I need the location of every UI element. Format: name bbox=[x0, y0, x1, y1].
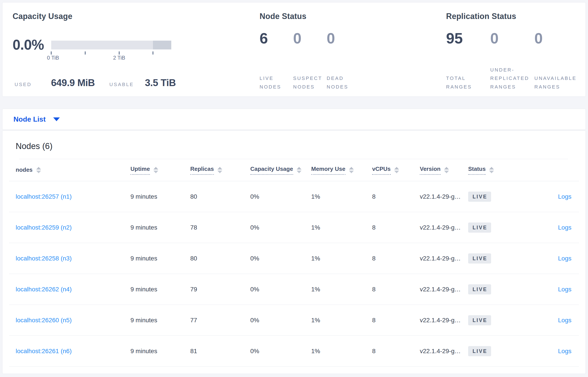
memory-use-cell: 1% bbox=[311, 348, 372, 355]
column-header-version[interactable]: Version bbox=[420, 165, 468, 175]
memory-use-cell: 1% bbox=[311, 255, 372, 262]
sort-icon[interactable] bbox=[394, 167, 399, 173]
replication-status-title: Replication Status bbox=[446, 12, 583, 21]
node-address-cell: localhost:26259 (n2) bbox=[9, 224, 130, 231]
logs-link[interactable]: Logs bbox=[558, 317, 571, 324]
node-status-title: Node Status bbox=[259, 12, 436, 21]
uptime-cell: 9 minutes bbox=[130, 224, 190, 231]
capacity-usage-cell: 0% bbox=[250, 224, 311, 231]
logs-cell: Logs bbox=[521, 348, 579, 355]
status-cell: LIVE bbox=[468, 315, 521, 325]
capacity-usage-percent: 0.0% bbox=[12, 34, 51, 61]
capacity-bar-track bbox=[51, 41, 171, 49]
sort-icon[interactable] bbox=[489, 167, 494, 173]
replicas-cell: 78 bbox=[190, 224, 250, 231]
capacity-usage-cell: 0% bbox=[250, 348, 311, 355]
node-address-link[interactable]: localhost:26260 (n5) bbox=[16, 317, 72, 324]
vcpus-cell: 8 bbox=[372, 193, 420, 200]
memory-use-cell: 1% bbox=[311, 224, 372, 231]
capacity-usage-cell: 0% bbox=[250, 286, 311, 293]
sort-icon[interactable] bbox=[36, 167, 41, 173]
sort-icon[interactable] bbox=[297, 167, 302, 173]
column-header-status[interactable]: Status bbox=[468, 165, 521, 175]
caret-down-icon bbox=[53, 118, 60, 121]
logs-cell: Logs bbox=[521, 286, 579, 293]
dead-nodes-stat: 0 DEAD NODES bbox=[327, 31, 364, 91]
logs-link[interactable]: Logs bbox=[558, 348, 571, 354]
capacity-usage-title: Capacity Usage bbox=[12, 12, 251, 21]
column-header-uptime[interactable]: Uptime bbox=[130, 165, 190, 175]
suspect-nodes-stat: 0 SUSPECT NODES bbox=[293, 31, 327, 91]
node-address-link[interactable]: localhost:26257 (n1) bbox=[16, 193, 72, 200]
under-replicated-ranges-value: 0 bbox=[490, 31, 534, 46]
logs-link[interactable]: Logs bbox=[558, 286, 571, 293]
sort-icon[interactable] bbox=[444, 167, 449, 173]
table-row: localhost:26262 (n4) 9 minutes 79 0% 1% … bbox=[9, 274, 579, 305]
overview-page: Capacity Usage 0.0% 0 TiB2 TiB USED 649.… bbox=[0, 0, 588, 374]
table-row: localhost:26257 (n1) 9 minutes 80 0% 1% … bbox=[9, 181, 579, 212]
version-cell: v22.1.4-29-g… bbox=[420, 348, 468, 355]
column-header-nodes[interactable]: nodes bbox=[9, 166, 130, 174]
capacity-axis-label: 2 TiB bbox=[113, 55, 125, 61]
capacity-axis-tick bbox=[51, 51, 52, 55]
uptime-cell: 9 minutes bbox=[130, 348, 190, 355]
dead-nodes-value: 0 bbox=[327, 31, 364, 46]
sort-icon[interactable] bbox=[153, 167, 158, 173]
column-header-memory-use[interactable]: Memory Use bbox=[311, 165, 372, 175]
memory-use-cell: 1% bbox=[311, 317, 372, 324]
status-cell: LIVE bbox=[468, 223, 521, 233]
version-cell: v22.1.4-29-g… bbox=[420, 286, 468, 293]
uptime-cell: 9 minutes bbox=[130, 193, 190, 200]
total-ranges-stat: 95 TOTAL RANGES bbox=[446, 31, 490, 91]
capacity-axis-tick bbox=[119, 51, 120, 55]
node-address-link[interactable]: localhost:26259 (n2) bbox=[16, 224, 72, 231]
table-row: localhost:26261 (n6) 9 minutes 81 0% 1% … bbox=[9, 336, 579, 367]
logs-link[interactable]: Logs bbox=[558, 255, 571, 262]
capacity-usage-stats: USED 649.9 MiB USABLE 3.5 TiB bbox=[15, 77, 251, 88]
capacity-axis-ticks bbox=[51, 49, 171, 55]
unavailable-ranges-label: UNAVAILABLE RANGES bbox=[534, 74, 583, 91]
status-badge: LIVE bbox=[468, 192, 491, 202]
status-badge: LIVE bbox=[468, 253, 491, 264]
sort-icon[interactable] bbox=[349, 167, 354, 173]
table-row: localhost:26260 (n5) 9 minutes 77 0% 1% … bbox=[9, 305, 579, 336]
vcpus-cell: 8 bbox=[372, 286, 420, 293]
logs-cell: Logs bbox=[521, 193, 579, 200]
node-address-cell: localhost:26257 (n1) bbox=[9, 193, 130, 200]
logs-cell: Logs bbox=[521, 255, 579, 262]
under-replicated-ranges-label: UNDER- REPLICATED RANGES bbox=[490, 66, 534, 91]
version-cell: v22.1.4-29-g… bbox=[420, 255, 468, 262]
nodes-table-card: Nodes (6) nodesUptimeReplicasCapacity Us… bbox=[2, 130, 586, 374]
vcpus-cell: 8 bbox=[372, 255, 420, 262]
column-header-capacity-usage[interactable]: Capacity Usage bbox=[250, 165, 311, 175]
column-header-replicas[interactable]: Replicas bbox=[190, 165, 250, 175]
version-cell: v22.1.4-29-g… bbox=[420, 193, 468, 200]
version-cell: v22.1.4-29-g… bbox=[420, 317, 468, 324]
memory-use-cell: 1% bbox=[311, 193, 372, 200]
column-header-vcpus[interactable]: vCPUs bbox=[372, 165, 420, 175]
total-ranges-label: TOTAL RANGES bbox=[446, 74, 490, 91]
node-address-link[interactable]: localhost:26261 (n6) bbox=[16, 348, 72, 354]
node-address-link[interactable]: localhost:26262 (n4) bbox=[16, 286, 72, 293]
logs-link[interactable]: Logs bbox=[558, 224, 571, 231]
suspect-nodes-value: 0 bbox=[293, 31, 327, 46]
status-badge: LIVE bbox=[468, 223, 491, 233]
replicas-cell: 81 bbox=[190, 348, 250, 355]
capacity-bar-used-segment bbox=[153, 41, 171, 49]
capacity-axis-tick bbox=[85, 51, 86, 55]
sort-icon[interactable] bbox=[217, 167, 222, 173]
status-cell: LIVE bbox=[468, 253, 521, 264]
used-label: USED bbox=[15, 82, 32, 87]
replication-status-stats: 95 TOTAL RANGES 0 UNDER- REPLICATED RANG… bbox=[446, 31, 583, 91]
node-list-dropdown[interactable]: Node List bbox=[13, 115, 60, 123]
status-cell: LIVE bbox=[468, 346, 521, 356]
column-header-label: Capacity Usage bbox=[250, 165, 293, 175]
node-address-link[interactable]: localhost:26258 (n3) bbox=[16, 255, 72, 262]
capacity-usage-cell: 0% bbox=[250, 317, 311, 324]
unavailable-ranges-value: 0 bbox=[534, 31, 583, 46]
logs-link[interactable]: Logs bbox=[558, 193, 571, 200]
column-header-label: Status bbox=[468, 165, 486, 175]
live-nodes-value: 6 bbox=[259, 31, 293, 46]
node-address-cell: localhost:26262 (n4) bbox=[9, 286, 130, 293]
total-ranges-value: 95 bbox=[446, 31, 490, 46]
